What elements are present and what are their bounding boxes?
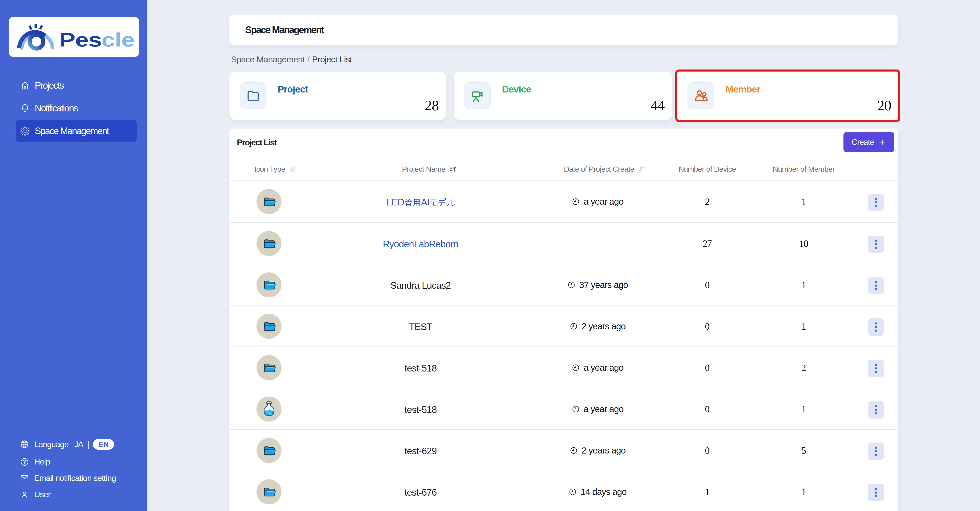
svg-text:Pescle: Pescle — [59, 29, 135, 51]
